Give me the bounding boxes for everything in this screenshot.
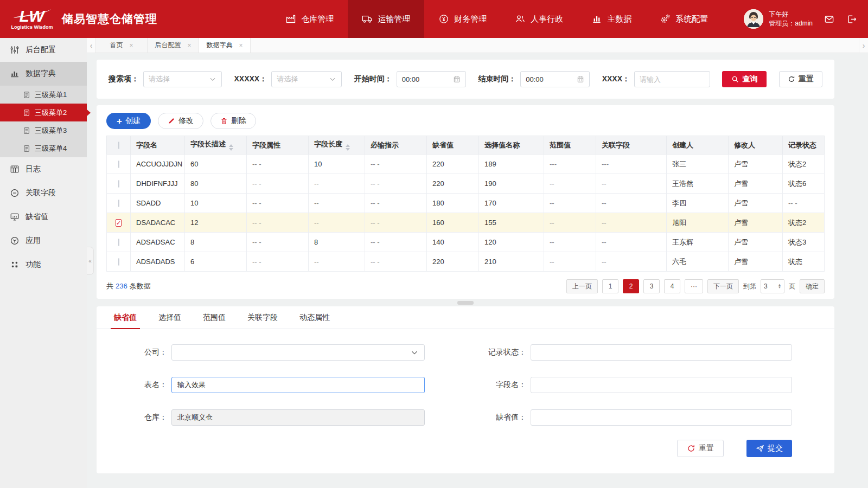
page-number-button[interactable]: 4 [664, 279, 680, 293]
nav-master-data[interactable]: 主数据 [577, 0, 646, 38]
mail-button[interactable] [822, 12, 835, 25]
column-header[interactable]: 修改人 [729, 136, 783, 155]
column-header[interactable]: 创建人 [667, 136, 729, 155]
delete-button[interactable]: 删除 [210, 113, 256, 129]
record-status-input[interactable] [531, 344, 792, 361]
sidebar-item-submenu-2[interactable]: 三级菜单2 [0, 104, 87, 121]
table-name-field-group: 表名： [102, 377, 425, 393]
column-header[interactable]: 字段长描述 [185, 136, 247, 155]
row-checkbox[interactable] [118, 200, 119, 207]
detail-tab-related-field[interactable]: 关联字段 [237, 306, 289, 329]
search-reset-button[interactable]: 重置 [779, 71, 822, 87]
close-icon[interactable]: × [239, 42, 242, 49]
nav-finance[interactable]: 财务管理 [424, 0, 501, 38]
tab-scroll-left-icon[interactable]: ‹ [87, 38, 96, 53]
table-row[interactable]: DSADACAC12-- --- -- -160155-- --旭阳卢雪状态2 [107, 213, 825, 233]
sort-icon[interactable] [346, 144, 350, 151]
column-header[interactable]: 必输指示 [365, 136, 427, 155]
page-number-button[interactable]: ··· [685, 279, 703, 293]
stepper-arrows[interactable]: ▲▼ [778, 284, 781, 289]
tab-data-dictionary[interactable]: 数据字典 × [199, 38, 251, 53]
select-all-checkbox[interactable] [118, 142, 119, 149]
table-row[interactable]: ACCUOJJDJN60-- -10 -- -220189--- ---张三卢雪… [107, 155, 825, 174]
row-checkbox[interactable] [118, 239, 119, 246]
sidebar-collapse-handle[interactable]: « [87, 247, 94, 275]
sort-icon[interactable] [229, 144, 233, 151]
search-input[interactable] [634, 71, 710, 87]
table-row[interactable]: SDADD10-- --- -- -180170-- --李四卢雪-- - [107, 194, 825, 213]
tab-home[interactable]: 首页 × [96, 38, 148, 53]
sidebar-item-submenu-1[interactable]: 三级菜单1 [0, 86, 87, 104]
time-value: 00:00 [526, 75, 544, 84]
data-table: 字段名字段长描述字段属性字段长度必输指示缺省值选择值名称范围值关联字段创建人修改… [106, 136, 825, 272]
sidebar: 后台配置 数据字典 三级菜单1 三级菜单2 三级菜单3 三级菜单4 [0, 38, 87, 488]
sidebar-item-applications[interactable]: 应用 [0, 229, 87, 253]
next-page-button[interactable]: 下一页 [707, 279, 739, 293]
tab-scroll-right-icon[interactable]: › [859, 38, 868, 53]
sidebar-item-submenu-3[interactable]: 三级菜单3 [0, 121, 87, 139]
goto-page-stepper[interactable]: 3 ▲▼ [761, 279, 784, 293]
column-header[interactable]: 缺省值 [427, 136, 479, 155]
stepper-down-icon[interactable]: ▼ [778, 286, 781, 289]
sidebar-item-data-dictionary[interactable]: 数据字典 [0, 62, 87, 86]
avatar[interactable] [744, 9, 763, 29]
nav-transport[interactable]: 运输管理 [348, 0, 424, 38]
nav-hr[interactable]: 人事行政 [501, 0, 577, 38]
search-select-2[interactable]: 请选择 [271, 71, 342, 87]
sidebar-item-backend-config[interactable]: 后台配置 [0, 38, 87, 62]
detail-tab-default-value[interactable]: 缺省值 [103, 306, 148, 329]
nav-system-config[interactable]: 系统配置 [646, 0, 722, 38]
detail-tab-dynamic-attr[interactable]: 动态属性 [289, 306, 341, 329]
column-header[interactable]: 字段属性 [247, 136, 309, 155]
form-reset-button[interactable]: 重置 [677, 440, 724, 457]
button-label: 查询 [742, 74, 757, 84]
table-name-input[interactable] [171, 377, 425, 393]
splitter-drag-handle[interactable] [457, 301, 474, 305]
column-header[interactable]: 选择值名称 [479, 136, 544, 155]
row-checkbox[interactable] [116, 219, 122, 227]
column-header[interactable]: 范围值 [544, 136, 596, 155]
close-icon[interactable]: × [129, 42, 133, 49]
close-icon[interactable]: × [187, 42, 191, 49]
row-checkbox[interactable] [118, 180, 119, 188]
nav-label: 人事行政 [531, 14, 563, 24]
tab-label: 数据字典 [206, 41, 232, 50]
field-name-input[interactable] [531, 377, 792, 393]
sidebar-item-related-fields[interactable]: 关联字段 [0, 181, 87, 205]
query-button[interactable]: 查询 [722, 71, 767, 87]
row-checkbox[interactable] [118, 160, 119, 168]
detail-tab-select-value[interactable]: 选择值 [148, 306, 192, 329]
tab-backend-config[interactable]: 后台配置 × [148, 38, 199, 53]
sidebar-item-functions[interactable]: 功能 [0, 253, 87, 277]
nav-warehouse[interactable]: 仓库管理 [271, 0, 348, 38]
modify-button[interactable]: 修改 [158, 113, 203, 129]
goto-confirm-button[interactable]: 确定 [800, 279, 825, 293]
sidebar-item-submenu-4[interactable]: 三级菜单4 [0, 139, 87, 157]
company-select[interactable] [171, 344, 425, 361]
prev-page-button[interactable]: 上一页 [566, 279, 598, 293]
sidebar-item-default-values[interactable]: 缺省值 [0, 205, 87, 229]
count-suffix: 条数据 [130, 282, 151, 290]
create-button[interactable]: + 创建 [106, 113, 151, 129]
table-row[interactable]: ADSADADS6-- --- -- -220210-- --六毛卢雪状态 [107, 252, 825, 272]
page-number-button[interactable]: 2 [623, 279, 639, 293]
page-number-button[interactable]: 1 [602, 279, 618, 293]
column-header[interactable]: 字段长度 [309, 136, 365, 155]
column-header[interactable]: 记录状态 [783, 136, 825, 155]
end-time-picker[interactable]: 00:00 [520, 71, 590, 87]
sidebar-item-logs[interactable]: 日志 [0, 157, 87, 181]
nav-label: 运输管理 [378, 14, 410, 24]
default-value-input[interactable] [531, 409, 792, 426]
logout-button[interactable] [845, 12, 858, 25]
table-row[interactable]: DHDIFNFJJJ80-- --- -- -220190-- --王浩然卢雪状… [107, 174, 825, 194]
column-header[interactable]: 关联字段 [596, 136, 667, 155]
column-header[interactable]: 字段名 [131, 136, 185, 155]
detail-tab-range-value[interactable]: 范围值 [192, 306, 237, 329]
row-checkbox[interactable] [118, 258, 119, 266]
form-submit-button[interactable]: 提交 [746, 440, 792, 457]
people-icon [515, 14, 526, 24]
start-time-picker[interactable]: 00:00 [397, 71, 466, 87]
table-row[interactable]: ADSADSAC8-- -8 -- -140120-- --王东辉卢雪状态3 [107, 233, 825, 252]
search-select-1[interactable]: 请选择 [143, 71, 222, 87]
page-number-button[interactable]: 3 [643, 279, 660, 293]
